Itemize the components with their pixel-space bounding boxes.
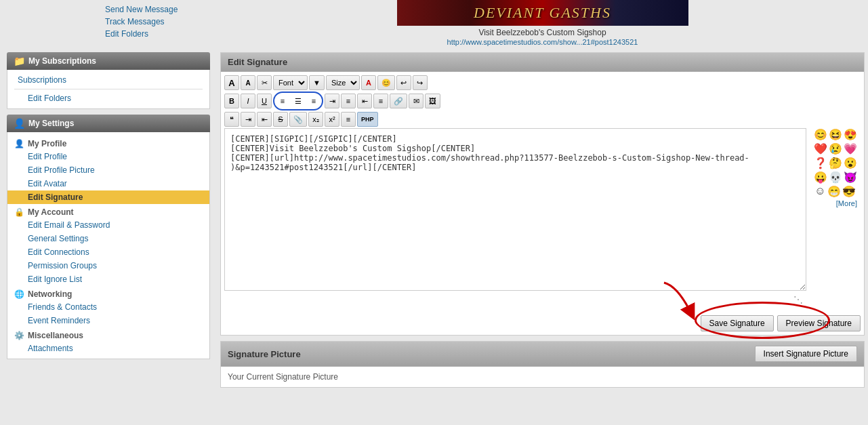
emoji-surprised[interactable]: 😮 [844,157,857,169]
toolbar-indent2[interactable]: ⇥ [241,112,255,127]
friends-contacts-link[interactable]: Friends & Contacts [7,300,209,314]
toolbar-subscript[interactable]: x₂ [308,112,323,127]
emoji-cool[interactable]: 😎 [842,185,856,198]
emoji-panel: 😊 😆 😍 ❤️ 😢 💗 ❓ 🤔 😮 [810,128,861,306]
edit-connections-link[interactable]: Edit Connections [7,245,209,259]
signature-actions: Save Signature Preview Signature [221,310,864,335]
edit-signature-header: Edit Signature [221,53,864,72]
signature-actions-wrapper: Save Signature Preview Signature [221,310,864,335]
emoji-cry[interactable]: 😢 [829,142,842,155]
toolbar-outdent2[interactable]: ⇤ [257,112,272,127]
save-signature-button[interactable]: Save Signature [701,315,774,331]
emoji-heart[interactable]: ❤️ [814,142,827,155]
toolbar-emoji[interactable]: 😊 [377,75,395,90]
signature-editor[interactable]: [CENTER][SIGPIC][/SIGPIC][/CENTER] [CENT… [224,128,806,291]
editor-container: A A ✂ Font ▼ Size A 😊 ↩ ↪ [221,72,864,310]
toolbar-row-1: A A ✂ Font ▼ Size A 😊 ↩ ↪ [224,75,861,90]
messaging-links: Send New Message Track Messages Edit Fol… [0,0,217,47]
toolbar-align-left[interactable]: ≡ [275,94,290,108]
more-emojis-link[interactable]: [More] [810,199,861,207]
folder-icon: 📁 [14,56,25,66]
emoji-tongue[interactable]: 😛 [814,171,827,184]
emoji-skull[interactable]: 💀 [829,171,842,184]
emoji-love[interactable]: 💗 [844,142,857,155]
edit-email-password-link[interactable]: Edit Email & Password [7,218,209,232]
insert-signature-picture-button[interactable]: Insert Signature Picture [755,346,857,362]
shop-url-link[interactable]: http://www.spacetimestudios.com/show...2… [447,38,638,46]
networking-icon: 🌐 [14,289,24,299]
emoji-laugh[interactable]: 😆 [829,128,842,141]
edit-folders-link-sub[interactable]: Edit Folders [7,92,209,105]
toolbar-italic[interactable]: I [241,94,255,108]
edit-avatar-link[interactable]: Edit Avatar [7,177,209,190]
toolbar-align-center[interactable]: ☰ [291,94,306,108]
emoji-row-1: 😊 😆 😍 [810,128,861,141]
event-reminders-link[interactable]: Event Reminders [7,314,209,327]
emoji-blush[interactable]: ☺️ [814,185,825,198]
toolbar-row-2: B I U ≡ ☰ ≡ ⇥ ≡ ⇤ ≡ 🔗 ✉ 🖼 [224,92,861,110]
toolbar-image[interactable]: 🖼 [425,94,440,108]
networking-section-label: 🌐 Networking [7,286,209,300]
general-settings-link[interactable]: General Settings [7,232,209,245]
emoji-smile[interactable]: 😊 [814,128,827,141]
toolbar-redo[interactable]: ↪ [413,75,428,90]
emoji-grin[interactable]: 😁 [827,185,841,198]
edit-profile-link[interactable]: Edit Profile [7,150,209,163]
misc-icon: ⚙️ [14,331,24,340]
banner-area: DEVIANT GASTHS Visit Beelzzebob's Custom… [217,0,868,47]
track-messages-link[interactable]: Track Messages [105,16,207,28]
toolbar-dropdown-arrow[interactable]: ▼ [309,75,325,90]
font-size-select[interactable]: Size [326,75,360,90]
toolbar-outdent[interactable]: ⇤ [357,94,372,108]
profile-section-label: 👤 My Profile [7,136,209,150]
subscriptions-section: 📁 My Subscriptions Subscriptions Edit Fo… [7,52,210,109]
permission-groups-link[interactable]: Permission Groups [7,259,209,272]
editor-with-emoji: [CENTER][SIGPIC][/SIGPIC][/CENTER] [CENT… [224,128,861,306]
toolbar-cut[interactable]: ✂ [257,75,272,90]
edit-signature-link[interactable]: Edit Signature [7,190,209,204]
toolbar-code[interactable]: PHP [357,112,378,127]
toolbar-ordered-list[interactable]: ≡ [373,94,388,108]
subscriptions-link[interactable]: Subscriptions [7,73,209,87]
emoji-heart-eyes[interactable]: 😍 [844,128,857,141]
toolbar-clip[interactable]: 📎 [289,112,307,127]
toolbar-font-color[interactable]: A [361,75,376,90]
resize-handle: ⋱ [224,293,806,306]
signature-picture-body: Your Current Signature Picture [221,367,864,387]
account-section-label: 🔒 My Account [7,204,209,218]
toolbar-quote[interactable]: ❝ [224,112,239,127]
edit-profile-picture-link[interactable]: Edit Profile Picture [7,163,209,177]
toolbar-email[interactable]: ✉ [409,94,423,108]
toolbar-align-right[interactable]: ≡ [306,94,321,108]
toolbar-strikethrough[interactable]: S [273,112,288,127]
edit-ignore-link[interactable]: Edit Ignore List [7,272,209,286]
toolbar-font-size-down[interactable]: A [241,75,255,90]
signature-picture-panel: Signature Picture Insert Signature Pictu… [220,341,865,388]
emoji-question[interactable]: ❓ [814,157,827,169]
font-family-select[interactable]: Font [273,75,308,90]
signature-picture-title: Signature Picture [228,349,301,359]
toolbar-underline[interactable]: U [257,94,272,108]
profile-icon: 👤 [14,139,24,148]
toolbar-undo[interactable]: ↩ [396,75,411,90]
edit-signature-panel: Edit Signature A A ✂ Font ▼ Size A 😊 [220,52,865,336]
toolbar-link[interactable]: 🔗 [390,94,407,108]
subscriptions-body: Subscriptions Edit Folders [7,70,210,109]
emoji-row-2: ❤️ 😢 💗 [810,142,861,155]
toolbar-indent[interactable]: ⇥ [325,94,339,108]
emoji-devil[interactable]: 😈 [844,171,857,184]
emoji-row-5: ☺️ 😁 😎 [810,185,861,198]
edit-folders-link-msg[interactable]: Edit Folders [105,28,207,40]
toolbar-list-style[interactable]: ≡ [341,112,356,127]
toolbar-superscript[interactable]: x² [325,112,339,127]
shop-title: Visit Beelzzebob's Custom Sigshop [397,28,688,37]
toolbar-bold[interactable]: B [224,94,239,108]
editor-main: [CENTER][SIGPIC][/SIGPIC][/CENTER] [CENT… [224,128,806,306]
attachments-link[interactable]: Attachments [7,342,209,355]
emoji-think[interactable]: 🤔 [829,157,842,169]
send-message-link[interactable]: Send New Message [105,3,207,16]
settings-header: 👤 My Settings [7,115,210,132]
toolbar-unordered-list[interactable]: ≡ [341,94,356,108]
toolbar-font-size-up[interactable]: A [224,75,239,90]
preview-signature-button[interactable]: Preview Signature [777,315,861,331]
